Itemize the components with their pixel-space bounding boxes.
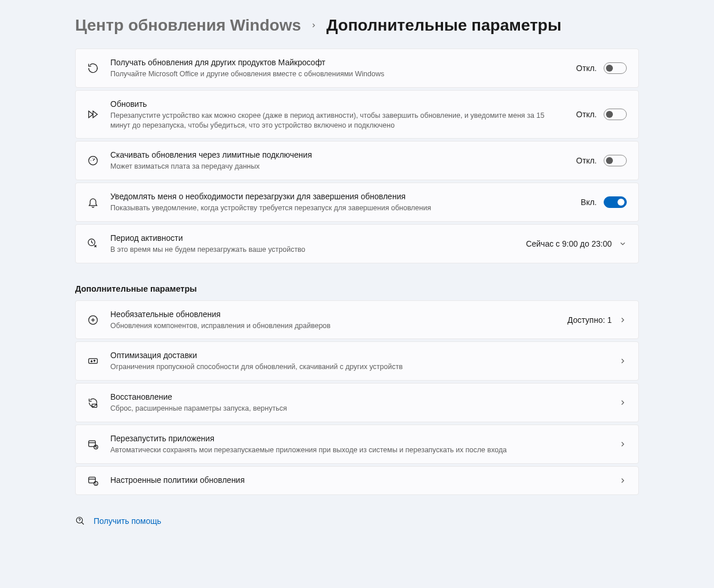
clock-arrow-icon <box>87 238 99 250</box>
nav-title: Необязательные обновления <box>110 309 556 320</box>
chevron-right-icon <box>619 477 627 485</box>
card-subtitle: Может взиматься плата за передачу данных <box>110 162 564 172</box>
card-subtitle: Перезапустите устройство как можно скоре… <box>110 111 564 131</box>
download-device-icon <box>87 355 99 367</box>
plus-circle-icon <box>87 314 99 326</box>
toggle-notify-restart[interactable] <box>604 196 627 208</box>
card-notify-restart: Уведомлять меня о необходимости перезагр… <box>75 183 639 222</box>
chevron-right-icon <box>619 399 627 407</box>
toggle-label: Вкл. <box>581 198 597 207</box>
svg-line-24 <box>81 522 84 524</box>
window-info-icon <box>87 475 99 486</box>
history-icon <box>87 62 99 74</box>
svg-rect-10 <box>89 359 98 363</box>
nav-title: Восстановление <box>110 392 607 403</box>
optional-updates-count: Доступно: 1 <box>567 315 612 325</box>
chevron-right-icon <box>310 22 317 29</box>
card-metered: Скачивать обновления через лимитные подк… <box>75 141 639 180</box>
nav-recovery[interactable]: Восстановление Сброс, расширенные параме… <box>75 383 639 422</box>
svg-marker-1 <box>93 111 98 118</box>
toggle-label: Откл. <box>576 64 597 73</box>
card-update-asap: Обновить Перезапустите устройство как мо… <box>75 90 639 139</box>
bell-icon <box>87 196 99 208</box>
card-title: Уведомлять меня о необходимости перезагр… <box>110 191 569 202</box>
svg-line-3 <box>93 159 95 161</box>
window-refresh-icon <box>87 438 99 450</box>
svg-marker-0 <box>89 111 94 118</box>
card-other-products: Получать обновления для других продуктов… <box>75 49 639 88</box>
card-title: Период активности <box>110 233 514 244</box>
card-active-hours[interactable]: Период активности В это время мы не буде… <box>75 224 639 263</box>
nav-subtitle: Обновления компонентов, исправления и об… <box>110 321 556 331</box>
toggle-other-products[interactable] <box>604 62 627 74</box>
help-icon <box>75 516 85 526</box>
active-hours-value: Сейчас с 9:00 до 23:00 <box>526 239 612 248</box>
toggle-label: Откл. <box>576 110 597 119</box>
nav-title: Настроенные политики обновления <box>110 475 607 486</box>
nav-optional-updates[interactable]: Необязательные обновления Обновления ком… <box>75 300 639 340</box>
recovery-icon <box>87 397 99 408</box>
nav-configured-policies[interactable]: Настроенные политики обновления <box>75 466 639 495</box>
chevron-down-icon <box>619 240 627 248</box>
card-subtitle: Получайте Microsoft Office и другие обно… <box>110 69 564 79</box>
card-subtitle: Показывать уведомление, когда устройству… <box>110 203 569 213</box>
breadcrumb-parent[interactable]: Центр обновления Windows <box>75 16 301 35</box>
toggle-metered[interactable] <box>604 155 627 166</box>
section-heading: Дополнительные параметры <box>75 284 639 293</box>
nav-title: Перезапустить приложения <box>110 433 607 444</box>
nav-delivery-optimization[interactable]: Оптимизация доставки Ограничения пропуск… <box>75 341 639 381</box>
card-title: Обновить <box>110 99 564 110</box>
nav-subtitle: Ограничения пропускной способности для о… <box>110 362 607 372</box>
toggle-label: Откл. <box>576 156 597 165</box>
nav-subtitle: Автоматически сохранять мои перезапускае… <box>110 445 607 455</box>
breadcrumb: Центр обновления Windows Дополнительные … <box>75 16 639 35</box>
nav-subtitle: Сброс, расширенные параметры запуска, ве… <box>110 404 607 414</box>
chevron-right-icon <box>619 316 627 324</box>
gauge-icon <box>87 155 99 166</box>
nav-title: Оптимизация доставки <box>110 350 607 361</box>
page-title: Дополнительные параметры <box>326 16 561 35</box>
fast-forward-icon <box>87 109 99 120</box>
toggle-update-asap[interactable] <box>604 109 627 120</box>
nav-restart-apps[interactable]: Перезапустить приложения Автоматически с… <box>75 425 639 464</box>
card-subtitle: В это время мы не будем перезагружать ва… <box>110 245 514 255</box>
get-help-link[interactable]: Получить помощь <box>94 516 161 526</box>
chevron-right-icon <box>619 357 627 365</box>
help-row: Получить помощь <box>75 516 639 526</box>
card-title: Скачивать обновления через лимитные подк… <box>110 150 564 161</box>
card-title: Получать обновления для других продуктов… <box>110 57 564 68</box>
chevron-right-icon <box>619 440 627 448</box>
